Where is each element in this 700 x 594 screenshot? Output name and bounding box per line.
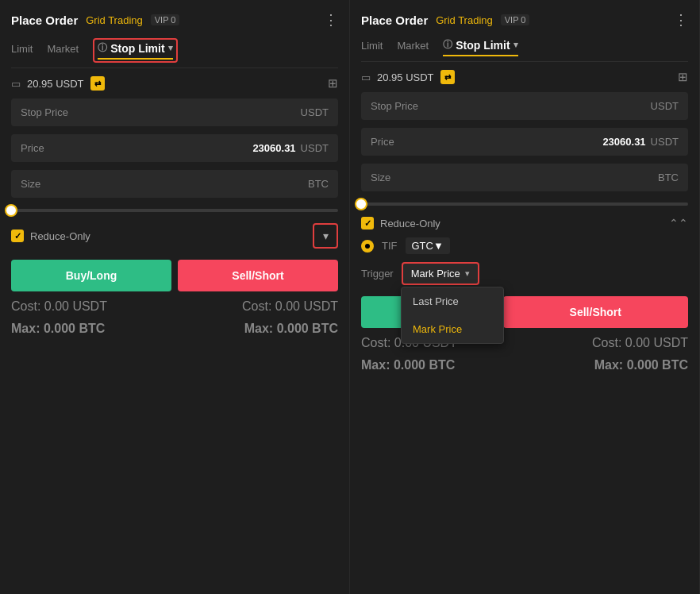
left-price-right: 23060.31 USDT bbox=[252, 142, 329, 154]
right-stop-price-field[interactable]: Stop Price USDT bbox=[361, 92, 688, 120]
left-tab-market[interactable]: Market bbox=[47, 43, 79, 58]
left-title: Place Order bbox=[11, 14, 78, 27]
left-swap-button[interactable]: ⇄ bbox=[90, 76, 105, 91]
left-max-right: Max: 0.000 BTC bbox=[244, 322, 338, 336]
right-reduce-only-label: Reduce-Only bbox=[380, 218, 440, 230]
left-cost-left: Cost: 0.00 USDT bbox=[11, 299, 107, 314]
right-dropdown-item-mark-price[interactable]: Mark Price bbox=[402, 315, 503, 343]
right-reduce-only-checkbox[interactable]: ✓ bbox=[361, 217, 374, 230]
left-slider-track[interactable] bbox=[11, 209, 338, 212]
left-expand-button[interactable]: ▾ bbox=[313, 223, 338, 249]
left-slider[interactable] bbox=[11, 206, 338, 215]
left-tab-limit[interactable]: Limit bbox=[11, 43, 33, 58]
left-card-icon: ▭ bbox=[11, 78, 21, 90]
right-price-field[interactable]: Price 23060.31 USDT bbox=[361, 128, 688, 156]
right-radio-inner bbox=[365, 244, 370, 249]
right-tab-row: Limit Market ⓘ Stop Limit ▾ bbox=[361, 38, 688, 62]
right-card-icon: ▭ bbox=[361, 71, 371, 83]
right-stop-price-label: Stop Price bbox=[371, 100, 418, 112]
left-price-label: Price bbox=[21, 142, 44, 154]
left-dots-menu[interactable]: ⋮ bbox=[324, 11, 338, 29]
right-calculator-icon[interactable]: ⊞ bbox=[678, 70, 688, 84]
right-max-right: Max: 0.000 BTC bbox=[594, 358, 688, 372]
left-reduce-only-row: ✓ Reduce-Only ▾ bbox=[11, 223, 338, 249]
left-max-row: Max: 0.000 BTC Max: 0.000 BTC bbox=[11, 322, 338, 336]
right-stop-price-unit: USDT bbox=[651, 100, 679, 112]
right-sell-button[interactable]: Sell/Short bbox=[503, 296, 688, 328]
left-size-unit: BTC bbox=[308, 178, 329, 190]
left-action-buttons: Buy/Long Sell/Short bbox=[11, 260, 338, 291]
right-slider[interactable] bbox=[361, 199, 688, 209]
left-chevron-down-icon: ▾ bbox=[323, 230, 329, 242]
left-stop-limit-highlight: ⓘ Stop Limit ▾ bbox=[93, 38, 177, 63]
right-grid-trading[interactable]: Grid Trading bbox=[436, 14, 493, 26]
right-price-right: 23060.31 USDT bbox=[602, 136, 679, 148]
left-slider-thumb[interactable] bbox=[5, 204, 17, 217]
left-price-field[interactable]: Price 23060.31 USDT bbox=[11, 134, 338, 162]
right-cost-right: Cost: 0.00 USDT bbox=[592, 336, 688, 350]
right-slider-track[interactable] bbox=[361, 202, 688, 206]
left-size-right: BTC bbox=[303, 178, 329, 190]
right-stop-limit-label: Stop Limit bbox=[456, 39, 510, 52]
right-tif-radio[interactable] bbox=[361, 240, 374, 253]
right-trigger-dropdown-button[interactable]: Mark Price ▾ bbox=[402, 262, 479, 285]
right-tif-dropdown[interactable]: GTC▼ bbox=[406, 237, 450, 254]
left-info-icon: ⓘ bbox=[98, 41, 107, 55]
left-stop-price-field[interactable]: Stop Price USDT bbox=[11, 98, 338, 126]
left-sell-button[interactable]: Sell/Short bbox=[178, 260, 338, 291]
left-price-value: 23060.31 bbox=[252, 142, 295, 154]
right-max-left: Max: 0.000 BTC bbox=[361, 358, 455, 372]
right-tab-limit[interactable]: Limit bbox=[361, 40, 383, 55]
right-swap-button[interactable]: ⇄ bbox=[440, 70, 455, 84]
right-title: Place Order bbox=[361, 14, 428, 27]
right-size-label: Size bbox=[371, 172, 390, 183]
right-tab-market[interactable]: Market bbox=[397, 40, 429, 55]
left-max-left: Max: 0.000 BTC bbox=[11, 322, 105, 336]
right-tif-label: TIF bbox=[382, 240, 398, 252]
right-tif-row: TIF GTC▼ bbox=[361, 237, 688, 254]
right-check-icon: ✓ bbox=[364, 218, 371, 229]
right-price-value: 23060.31 bbox=[602, 136, 645, 148]
left-chevron-icon: ▾ bbox=[168, 43, 173, 53]
right-header: Place Order Grid Trading VIP 0 ⋮ bbox=[361, 11, 688, 29]
right-chevron-icon: ▾ bbox=[513, 40, 518, 50]
right-tif-value: GTC▼ bbox=[412, 240, 444, 252]
left-price-unit: USDT bbox=[301, 142, 329, 154]
right-size-right: BTC bbox=[653, 172, 679, 183]
left-calculator-icon[interactable]: ⊞ bbox=[328, 76, 338, 91]
left-balance-amount: 20.95 USDT bbox=[27, 78, 84, 90]
right-trigger-value: Mark Price bbox=[411, 268, 460, 280]
right-dots-menu[interactable]: ⋮ bbox=[674, 11, 688, 29]
right-size-unit: BTC bbox=[658, 172, 679, 183]
right-balance-row: ▭ 20.95 USDT ⇄ ⊞ bbox=[361, 70, 688, 84]
left-tab-stop-limit[interactable]: ⓘ Stop Limit ▾ bbox=[98, 41, 172, 60]
left-grid-trading[interactable]: Grid Trading bbox=[86, 14, 143, 26]
left-reduce-only-label: Reduce-Only bbox=[30, 230, 90, 242]
right-max-row: Max: 0.000 BTC Max: 0.000 BTC bbox=[361, 358, 688, 372]
left-stop-price-right: USDT bbox=[296, 106, 329, 118]
left-panel: Place Order Grid Trading VIP 0 ⋮ Limit M… bbox=[0, 0, 350, 594]
right-double-chevron-icon[interactable]: ⌃⌃ bbox=[669, 217, 688, 230]
right-vip-badge: VIP 0 bbox=[501, 14, 530, 25]
left-balance-row: ▭ 20.95 USDT ⇄ ⊞ bbox=[11, 76, 338, 91]
left-stop-limit-label: Stop Limit bbox=[110, 42, 164, 55]
right-slider-thumb[interactable] bbox=[355, 198, 367, 210]
left-size-field[interactable]: Size BTC bbox=[11, 170, 338, 198]
right-panel: Place Order Grid Trading VIP 0 ⋮ Limit M… bbox=[350, 0, 700, 594]
right-trigger-row: Trigger Mark Price ▾ Last Price Mark Pri… bbox=[361, 262, 688, 285]
left-reduce-only-checkbox[interactable]: ✓ bbox=[11, 230, 24, 242]
left-cost-right: Cost: 0.00 USDT bbox=[242, 299, 338, 314]
left-buy-button[interactable]: Buy/Long bbox=[11, 260, 171, 291]
right-dropdown-item-last-price[interactable]: Last Price bbox=[402, 287, 503, 315]
right-size-field[interactable]: Size BTC bbox=[361, 164, 688, 191]
left-tab-row: Limit Market ⓘ Stop Limit ▾ bbox=[11, 38, 338, 68]
left-check-icon: ✓ bbox=[14, 231, 21, 241]
right-tab-stop-limit[interactable]: ⓘ Stop Limit ▾ bbox=[443, 38, 517, 56]
right-price-unit: USDT bbox=[651, 136, 679, 148]
left-vip-badge: VIP 0 bbox=[151, 14, 180, 25]
right-trigger-chevron-icon: ▾ bbox=[465, 268, 470, 279]
left-header: Place Order Grid Trading VIP 0 ⋮ bbox=[11, 11, 338, 29]
right-info-icon: ⓘ bbox=[443, 38, 452, 52]
left-size-label: Size bbox=[21, 178, 40, 190]
right-reduce-only-row: ✓ Reduce-Only ⌃⌃ bbox=[361, 217, 688, 230]
